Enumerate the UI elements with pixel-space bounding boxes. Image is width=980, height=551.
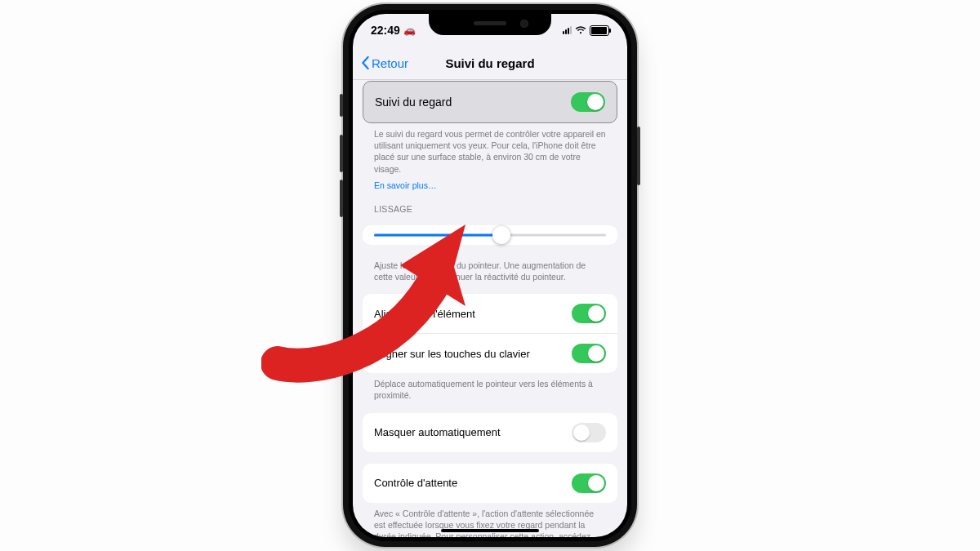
settings-content[interactable]: Suivi du regard Le suivi du regard vous …: [353, 79, 627, 537]
battery-icon: [590, 25, 609, 36]
smoothing-card: [363, 225, 617, 245]
smoothing-slider[interactable]: [374, 225, 606, 245]
dwell-card: Contrôle d'attente: [363, 464, 617, 503]
side-button-silence: [340, 94, 343, 117]
screen: 22:49 🚗 Retour: [353, 14, 627, 537]
chevron-left-icon: [361, 56, 370, 69]
auto-hide-card: Masquer automatiquement: [363, 413, 617, 452]
cellular-signal-icon: [563, 26, 572, 34]
nav-title: Suivi du regard: [445, 56, 534, 70]
carplay-icon: 🚗: [403, 24, 416, 36]
snap-item-toggle[interactable]: [572, 304, 606, 323]
snap-keyboard-toggle[interactable]: [572, 344, 606, 363]
side-button-right: [637, 127, 640, 185]
side-button-vol-up: [340, 135, 343, 172]
notnotch: [429, 14, 551, 35]
nav-bar: Retour Suivi du regard: [353, 47, 627, 80]
snap-keyboard-label: Aligner sur les touches du clavier: [374, 348, 530, 360]
phone-frame: 22:49 🚗 Retour: [343, 4, 637, 547]
eye-tracking-description: Le suivi du regard vous permet de contrô…: [363, 123, 617, 175]
snap-card: Aligner vers l'élément Aligner sur les t…: [363, 294, 617, 373]
dwell-label: Contrôle d'attente: [374, 477, 457, 489]
side-button-vol-down: [340, 180, 343, 217]
dwell-toggle[interactable]: [572, 473, 606, 493]
auto-hide-toggle[interactable]: [572, 423, 606, 442]
home-indicator[interactable]: [441, 529, 539, 532]
back-label: Retour: [372, 56, 408, 70]
smoothing-description: Ajuste le mouvement du pointeur. Une aug…: [363, 255, 617, 282]
snap-item-label: Aligner vers l'élément: [374, 308, 475, 320]
smoothing-header: LISSAGE: [363, 191, 617, 219]
status-time: 22:49: [371, 24, 400, 37]
learn-more-link[interactable]: En savoir plus…: [374, 180, 436, 190]
eye-tracking-main-card: Suivi du regard: [363, 81, 617, 123]
eye-tracking-toggle[interactable]: [571, 92, 605, 112]
snap-description: Déplace automatiquement le pointeur vers…: [363, 373, 617, 401]
eye-tracking-toggle-label: Suivi du regard: [375, 96, 452, 109]
back-button[interactable]: Retour: [361, 56, 408, 70]
wifi-icon: [575, 26, 586, 34]
auto-hide-label: Masquer automatiquement: [374, 426, 501, 438]
